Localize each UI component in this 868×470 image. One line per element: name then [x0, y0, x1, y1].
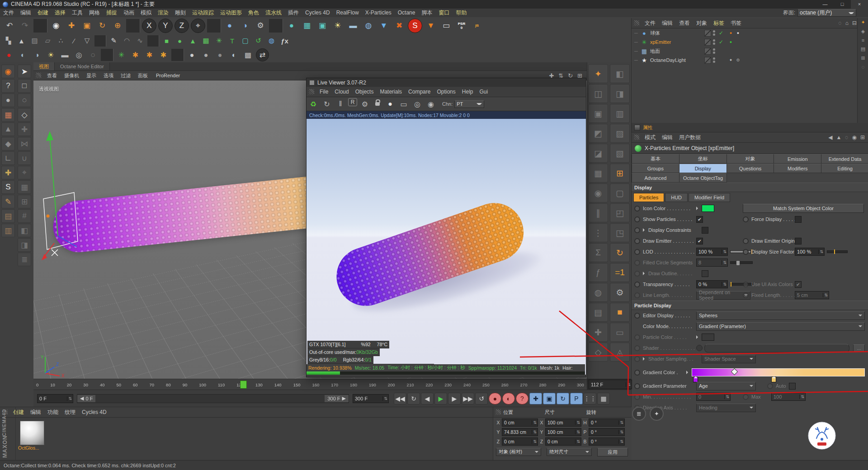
position-field[interactable]: 74.833 cm⇅: [502, 428, 538, 436]
object-tag-icon[interactable]: [735, 39, 741, 45]
render-picture-viewer-icon[interactable]: ◑: [238, 19, 252, 33]
object-tag-icon[interactable]: [735, 48, 741, 54]
checker-ball-icon[interactable]: ▩: [242, 49, 254, 61]
grey-sphere-icon[interactable]: ●: [1, 94, 15, 107]
menu-item[interactable]: X-Particles: [362, 9, 395, 17]
menu-item[interactable]: 运动跟踪: [189, 9, 217, 17]
attr-tab[interactable]: Display: [679, 164, 727, 173]
render-visibility-toggle[interactable]: [713, 48, 715, 54]
dock-b10-icon[interactable]: ◬: [610, 343, 630, 362]
psr-icon[interactable]: PSR 0: [455, 19, 468, 33]
coord-mode-dropdown[interactable]: 对象 (相对): [496, 448, 541, 456]
position-field[interactable]: 0 cm⇅: [502, 418, 538, 427]
color-mode-dropdown[interactable]: Gradient (Parameter): [696, 322, 865, 331]
dock-recycle-icon[interactable]: ↻: [610, 243, 630, 262]
om-menu-item[interactable]: 编辑: [659, 19, 676, 28]
camera-view-label[interactable]: 透视视图: [39, 86, 59, 93]
dock-b4-icon[interactable]: ▨: [610, 124, 630, 143]
panel-grip-icon[interactable]: [309, 89, 314, 94]
spline-pen-icon[interactable]: ✎: [108, 35, 119, 47]
enable-checkmark[interactable]: ✓: [719, 30, 725, 36]
dock-cube4-icon[interactable]: ◪: [588, 144, 608, 163]
close-button[interactable]: ×: [851, 0, 868, 9]
help-icon[interactable]: ?: [1, 79, 15, 93]
om-menu-item[interactable]: 书签: [727, 19, 745, 28]
loop-icon[interactable]: ↺: [475, 393, 488, 404]
apply-button[interactable]: 应用: [597, 448, 628, 456]
menu-item[interactable]: 网格: [86, 9, 103, 17]
arc-spline-icon[interactable]: ◠: [121, 35, 132, 47]
attr-tab[interactable]: 基本: [632, 154, 679, 164]
attr-new-icon[interactable]: ⊞: [860, 134, 865, 141]
scale-icon[interactable]: ▣: [80, 19, 94, 33]
lv-menu-item[interactable]: Materials: [377, 88, 405, 96]
s-ball-icon[interactable]: S: [1, 180, 15, 194]
layout-e-icon[interactable]: ◌: [862, 64, 865, 70]
current-frame-field[interactable]: 112 F⇅: [589, 380, 632, 389]
layout-c-icon[interactable]: ▤: [861, 46, 865, 52]
display-subtab[interactable]: Modifier Field: [689, 193, 730, 202]
minimize-button[interactable]: —: [816, 0, 834, 9]
om-menu-item[interactable]: 标签: [710, 19, 727, 28]
cursor-icon[interactable]: ➤: [18, 65, 31, 78]
dock-cube2-icon[interactable]: ▣: [588, 104, 608, 123]
edges-mode-icon[interactable]: ∕: [68, 35, 80, 47]
filled-circle-segments-slider[interactable]: [730, 261, 753, 264]
viewport-menu-item[interactable]: 过滤: [117, 71, 134, 80]
max-field[interactable]: 100⇅: [771, 393, 806, 401]
menu-item[interactable]: 工具: [69, 9, 86, 17]
z-axis-lock-icon[interactable]: Z: [175, 19, 189, 33]
shade-sphere1-icon[interactable]: ●: [186, 49, 198, 61]
dock-b9-icon[interactable]: ▭: [610, 323, 630, 342]
object-row[interactable]: ─ ★ OctaneDayLight ✓ ✦ ⚙: [632, 56, 868, 65]
attr-tab[interactable]: Emission: [774, 154, 821, 164]
dock-grid-icon[interactable]: ▦: [588, 164, 608, 183]
dock-fn-icon[interactable]: ƒ: [588, 263, 608, 282]
force-display-checkbox[interactable]: [795, 216, 802, 223]
object-tag-icon[interactable]: [728, 48, 734, 54]
volume-icon[interactable]: ◍: [266, 35, 277, 47]
dock-b3-icon[interactable]: ▥: [610, 104, 630, 123]
axis-center-icon[interactable]: ⌖: [18, 166, 31, 179]
layout-b-icon[interactable]: ◨: [18, 238, 31, 252]
polygons-mode-icon[interactable]: ▽: [81, 35, 93, 47]
shader-field[interactable]: [704, 344, 849, 352]
live-viewer-titlebar[interactable]: Live Viewer 3.07-R2: [307, 78, 586, 87]
stack-icon[interactable]: ≣: [18, 253, 31, 266]
shader-browse-button[interactable]: ...: [853, 344, 865, 352]
object-row[interactable]: ─ ▦ 地面 ✓: [632, 47, 868, 56]
viewport-menu-item[interactable]: 面板: [134, 71, 151, 80]
rotate-icon[interactable]: ↻: [95, 19, 109, 33]
shade-sphere2-icon[interactable]: ●: [200, 49, 212, 61]
enable-checkmark[interactable]: ✓: [719, 39, 725, 45]
brick-cube-icon[interactable]: ▦: [1, 108, 15, 122]
attr-menu-item[interactable]: 编辑: [659, 133, 676, 142]
show-particles-checkbox[interactable]: ✔: [696, 216, 703, 223]
editor-display-dropdown[interactable]: Spheres: [696, 311, 865, 320]
editor-visibility-toggle[interactable]: [704, 48, 711, 55]
floor-object-icon[interactable]: ▬: [346, 19, 360, 33]
menu-item[interactable]: 捕捉: [103, 9, 120, 17]
region-render-icon[interactable]: R: [348, 98, 357, 106]
live-viewer-window-icon[interactable]: ▭: [439, 19, 453, 33]
tab-octane-node-editor[interactable]: Octane Node Editor: [55, 62, 110, 70]
camera-sync-icon[interactable]: ◉: [425, 98, 437, 110]
object-name[interactable]: OctaneDayLight: [650, 57, 704, 63]
workplane-icon[interactable]: ▱: [42, 35, 53, 47]
dock-bars-icon[interactable]: ∥: [588, 203, 608, 222]
attr-up-icon[interactable]: ▲: [836, 134, 841, 141]
editor-visibility-toggle[interactable]: [704, 30, 711, 37]
camera-icon[interactable]: ▣: [316, 19, 329, 33]
menu-item[interactable]: 动画: [120, 9, 137, 17]
next-frame-icon[interactable]: ▶: [448, 393, 461, 404]
timeline-range-slider[interactable]: ◀ 0 F 300 F ▶: [77, 394, 349, 403]
gradient-bias-handle[interactable]: [731, 368, 738, 376]
attr-tab[interactable]: Questions: [726, 164, 774, 173]
object-row[interactable]: ─ ✳ xpEmitter ✓ ●: [632, 38, 868, 47]
dock-b5-icon[interactable]: ▧: [610, 144, 630, 163]
attr-tab[interactable]: Modifiers: [774, 164, 821, 173]
menu-item[interactable]: 创建: [34, 9, 52, 17]
download-preset-icon[interactable]: ▼: [377, 19, 391, 33]
range-end-cap[interactable]: 300 F ▶: [325, 395, 349, 402]
menu-item[interactable]: 雕刻: [172, 9, 189, 17]
